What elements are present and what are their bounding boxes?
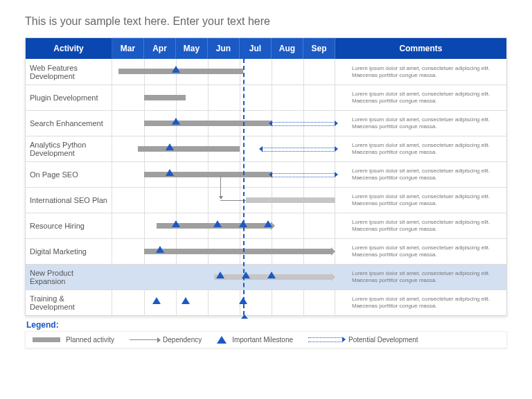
milestone-icon	[239, 220, 247, 227]
planned-bar	[144, 121, 272, 126]
table-row: Digital MarketingLorem ipsum dolor sit a…	[26, 238, 506, 264]
planned-bar	[138, 146, 240, 152]
header-month: Sep	[303, 38, 335, 59]
bar-icon	[33, 337, 60, 342]
activity-comment: Lorem ipsum dolor sit amet, consectetuer…	[335, 59, 506, 85]
planned-bar	[118, 69, 242, 74]
legend-dependency-label: Dependency	[163, 336, 202, 344]
activity-name: Digital Marketing	[26, 239, 112, 264]
activity-timeline	[112, 239, 335, 264]
arrow-icon	[130, 339, 157, 340]
milestone-icon	[264, 220, 272, 227]
activity-name: New Product Expansion	[26, 265, 112, 290]
header-month: Jul	[240, 38, 272, 59]
table-row: On Page SEOLorem ipsum dolor sit amet, c…	[26, 161, 506, 187]
header-activity: Activity	[26, 38, 112, 59]
activity-name: Web Features Development	[26, 59, 112, 85]
potential-dev-icon	[262, 148, 335, 152]
activity-timeline	[112, 59, 335, 85]
table-row: Resource HiringLorem ipsum dolor sit ame…	[26, 213, 506, 238]
gantt-rows: Web Features DevelopmentLorem ipsum dolo…	[26, 59, 506, 315]
activity-comment: Lorem ipsum dolor sit amet, consectetuer…	[335, 162, 506, 187]
potential-dev-icon	[272, 173, 335, 177]
activity-comment: Lorem ipsum dolor sit amet, consectetuer…	[335, 239, 506, 264]
activity-timeline	[112, 188, 335, 213]
legend-dependency: Dependency	[130, 336, 202, 344]
activity-timeline	[112, 136, 335, 161]
header-month: Apr	[144, 38, 176, 59]
milestone-icon	[156, 246, 164, 253]
activity-timeline	[112, 213, 335, 238]
activity-comment: Lorem ipsum dolor sit amet, consectetuer…	[335, 213, 506, 238]
activity-name: On Page SEO	[26, 162, 112, 187]
gantt-header: Activity MarAprMayJunJulAugSep Comments	[26, 38, 506, 59]
page-title: This is your sample text here. Enter you…	[25, 15, 507, 28]
activity-comment: Lorem ipsum dolor sit amet, consectetuer…	[335, 111, 506, 136]
activity-name: Training & Development	[26, 290, 112, 315]
milestone-icon	[172, 220, 180, 227]
planned-bar	[144, 249, 331, 254]
activity-comment: Lorem ipsum dolor sit amet, consectetuer…	[335, 265, 506, 290]
planned-bar	[246, 197, 335, 203]
activity-name: Plugin Development	[26, 85, 112, 110]
header-month: Mar	[112, 38, 144, 59]
dependency-arrow-icon	[220, 175, 221, 196]
header-comments: Comments	[335, 38, 506, 59]
milestone-icon	[267, 272, 276, 278]
activity-name: Search Enhancement	[26, 111, 112, 136]
milestone-icon	[152, 297, 161, 304]
milestone-icon	[239, 297, 247, 304]
activity-timeline	[112, 265, 335, 290]
activity-name: Analytics Python Development	[26, 136, 112, 161]
table-row: Plugin DevelopmentLorem ipsum dolor sit …	[26, 85, 506, 110]
header-month: Aug	[272, 38, 303, 59]
activity-name: Resource Hiring	[26, 213, 112, 238]
milestone-icon	[172, 118, 180, 125]
dotted-arrow-icon	[308, 337, 343, 342]
activity-timeline	[112, 85, 335, 110]
activity-comment: Lorem ipsum dolor sit amet, consectetuer…	[335, 136, 506, 161]
gantt-chart: Activity MarAprMayJunJulAugSep Comments …	[25, 37, 507, 316]
table-row: Web Features DevelopmentLorem ipsum dolo…	[26, 59, 506, 85]
potential-dev-icon	[272, 122, 335, 126]
activity-comment: Lorem ipsum dolor sit amet, consectetuer…	[335, 188, 506, 213]
table-row: International SEO PlanLorem ipsum dolor …	[26, 187, 506, 213]
legend-milestone: Important Milestone	[217, 336, 293, 344]
milestone-icon	[166, 169, 174, 176]
header-month: May	[176, 38, 208, 59]
milestone-icon	[213, 220, 222, 227]
activity-comment: Lorem ipsum dolor sit amet, consectetuer…	[335, 85, 506, 110]
activity-timeline	[112, 111, 335, 136]
header-months: MarAprMayJunJulAugSep	[112, 38, 335, 59]
table-row: Search EnhancementLorem ipsum dolor sit …	[26, 110, 506, 136]
legend-title: Legend:	[26, 320, 507, 330]
legend-milestone-label: Important Milestone	[232, 336, 293, 344]
activity-comment: Lorem ipsum dolor sit amet, consectetuer…	[335, 290, 506, 315]
planned-bar	[144, 172, 272, 177]
legend: Planned activity Dependency Important Mi…	[25, 331, 507, 348]
legend-potential-label: Potential Development	[348, 336, 418, 344]
activity-timeline	[112, 290, 335, 315]
planned-bar	[144, 95, 186, 100]
milestone-icon	[242, 272, 250, 278]
table-row: Training & DevelopmentLorem ipsum dolor …	[26, 290, 506, 315]
legend-planned: Planned activity	[33, 336, 114, 344]
milestone-icon	[166, 143, 174, 150]
activity-name: International SEO Plan	[26, 188, 112, 213]
legend-potential: Potential Development	[308, 336, 418, 344]
activity-timeline	[112, 162, 335, 187]
triangle-icon	[217, 336, 227, 344]
table-row: New Product ExpansionLorem ipsum dolor s…	[26, 264, 506, 290]
legend-planned-label: Planned activity	[66, 336, 114, 344]
milestone-icon	[181, 297, 190, 304]
milestone-icon	[172, 66, 180, 73]
table-row: Analytics Python DevelopmentLorem ipsum …	[26, 136, 506, 161]
milestone-icon	[216, 272, 224, 278]
header-month: Jun	[208, 38, 240, 59]
